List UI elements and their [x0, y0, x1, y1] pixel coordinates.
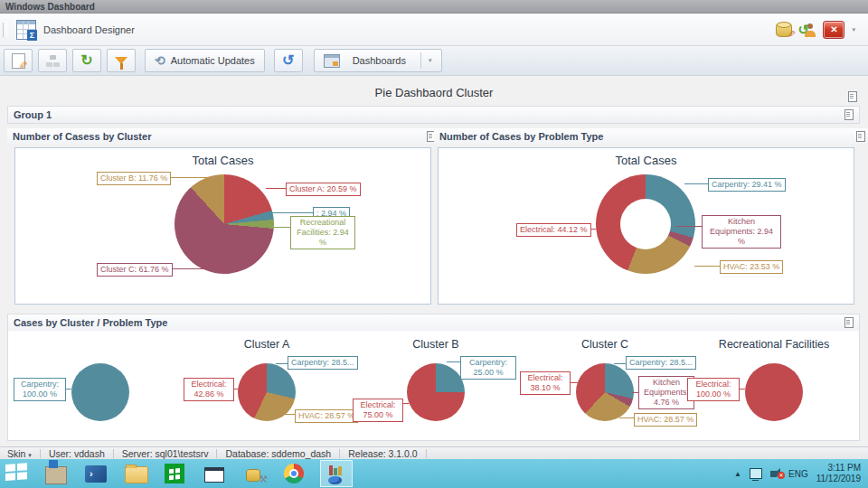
edit-data-source-icon[interactable]: [776, 23, 792, 37]
undo-icon: ↺: [282, 54, 294, 67]
edit-icon: [12, 53, 25, 69]
window-titlebar: Windows Dashboard: [0, 0, 868, 14]
windows-store-icon[interactable]: [165, 462, 188, 485]
callout-cluster-b: Cluster B: 11.76 %: [97, 172, 171, 185]
pie-total-cases-by-cluster[interactable]: [175, 174, 274, 274]
page-title: Pie Dashbaord Cluster: [0, 86, 868, 99]
sql-tools-icon[interactable]: [244, 462, 268, 485]
volume-muted-icon[interactable]: [770, 471, 777, 477]
dashboards-icon: [324, 54, 340, 68]
callout-connector: [684, 183, 708, 184]
callout-carpentry: Carpentry: 29.41 %: [708, 178, 786, 192]
switch-user-icon[interactable]: ↺: [799, 23, 816, 37]
mini-pie-cluster-c[interactable]: [576, 363, 634, 421]
callout: Carpentry: 100.00 %: [14, 378, 66, 401]
callout-cluster-a: Cluster A: 20.59 %: [286, 183, 361, 196]
export-chart-icon[interactable]: [844, 317, 854, 328]
callout-connector: [694, 266, 720, 267]
mini-title-recreational-facilities: Recreational Facilities: [719, 338, 829, 351]
callout: Electrical: 100.00 %: [687, 378, 740, 401]
callout-hvac: HVAC: 23.53 %: [720, 260, 783, 274]
callout-connector: [276, 363, 288, 364]
mini-pie-recreational[interactable]: [745, 363, 803, 421]
callout-kitchen-equipments: Kitchen Equipments: 2.94 %: [702, 215, 781, 249]
callout-connector: [614, 363, 626, 364]
clock-date: 11/12/2019: [816, 474, 861, 484]
pie-chart-panel-clusters[interactable]: Total Cases Cluster B: 11.76 % Cluster A…: [14, 147, 431, 305]
dashboard-app-taskbar-button[interactable]: [320, 460, 353, 487]
mini-pie-cluster-b[interactable]: [407, 363, 465, 421]
mini-title-cluster-c: Cluster C: [581, 338, 628, 351]
status-user: User: vddash: [41, 448, 113, 459]
caption-cases-by-problem-type: Number of Cases by Problem Type: [434, 128, 868, 145]
network-icon[interactable]: [750, 468, 762, 479]
callout-cluster-c: Cluster C: 61.76 %: [97, 263, 173, 277]
edit-button[interactable]: [4, 49, 33, 72]
undo-button[interactable]: ↺: [274, 49, 303, 72]
filter-button[interactable]: [107, 49, 136, 72]
callout: Electrical: 42.86 %: [184, 378, 234, 401]
donut-hole: [620, 199, 671, 249]
clock[interactable]: 3:11 PM 11/12/2019: [816, 463, 861, 484]
callout: Electrical: 75.00 %: [353, 399, 403, 422]
dashboard-designer-icon: Σ: [16, 20, 36, 40]
export-page-icon[interactable]: [848, 91, 857, 102]
app-title: Dashboard Designer: [43, 24, 135, 35]
server-manager-icon[interactable]: [45, 462, 69, 485]
powershell-icon[interactable]: ›: [85, 462, 108, 485]
filter-icon: [115, 57, 127, 64]
main-toolbar: ↻ ⟲ Automatic Updates ↺ Dashboards ▾: [0, 46, 868, 76]
callout-connector: [234, 389, 240, 389]
callout-recreational: Recreational Facilities: 2.94 %: [290, 216, 355, 249]
export-chart-icon[interactable]: [856, 131, 865, 142]
callout-connector: [740, 389, 745, 389]
callout-electrical: Electrical: 44.12 %: [516, 223, 591, 237]
group-title: Group 1: [14, 109, 52, 120]
callout-connector: [675, 226, 702, 227]
automatic-updates-button[interactable]: ⟲ Automatic Updates: [145, 49, 265, 72]
callout-connector: [619, 418, 634, 418]
chart-title: Total Cases: [15, 154, 430, 167]
callout-connector: [632, 392, 638, 393]
skin-dropdown[interactable]: Skin ▾: [7, 448, 40, 459]
file-explorer-icon[interactable]: [125, 462, 148, 485]
taskbar: › ▲ ENG 3:11 PM 11/12/2019: [0, 459, 868, 488]
layout-button[interactable]: [38, 49, 67, 72]
status-database: Database: sddemo_dash: [217, 448, 339, 459]
chevron-down-icon[interactable]: ▾: [852, 26, 855, 33]
small-multiples-panel[interactable]: Cases by Cluster / Problem Type Cluster …: [7, 314, 860, 441]
caption-text: Number of Casess by Cluster: [13, 131, 151, 142]
mini-pie-1[interactable]: [71, 363, 129, 421]
clock-time: 3:11 PM: [816, 463, 861, 474]
group-header: Group 1: [7, 106, 860, 124]
close-button[interactable]: ✕: [823, 21, 844, 39]
start-button[interactable]: [5, 464, 29, 487]
console-icon[interactable]: [204, 462, 228, 485]
caption-cases-by-cluster-problem-type: Cases by Cluster / Problem Type: [8, 314, 859, 331]
app-bar: Σ Dashboard Designer ↺ ✕ ▾: [0, 14, 868, 46]
callout: HVAC: 28.57 %: [295, 409, 358, 423]
layout-icon: [46, 55, 60, 67]
sync-icon: ⟲: [155, 53, 165, 68]
dashboards-dropdown[interactable]: Dashboards ▾: [314, 49, 442, 72]
refresh-icon: ↻: [80, 54, 92, 67]
mini-title-cluster-b: Cluster B: [412, 338, 458, 351]
dashboards-label: Dashboards: [345, 55, 413, 66]
tray-expand-icon[interactable]: ▲: [734, 470, 741, 478]
chrome-icon[interactable]: [284, 462, 307, 485]
refresh-button[interactable]: ↻: [72, 49, 101, 72]
callout: Carpentry: 28.5...: [288, 356, 358, 370]
mini-pie-cluster-a[interactable]: [238, 363, 296, 421]
language-indicator[interactable]: ENG: [788, 469, 808, 479]
callout-connector: [403, 403, 409, 404]
callout-connector: [165, 177, 209, 178]
callout-connector: [571, 382, 578, 383]
callout-connector: [282, 414, 295, 415]
toolbar-grip[interactable]: [3, 23, 7, 37]
donut-chart-panel-problem-type[interactable]: Total Cases Carpentry: 29.41 % Kitchen E…: [438, 147, 854, 305]
caption-text: Cases by Cluster / Problem Type: [14, 317, 167, 328]
status-release: Release: 3.1.0.0: [340, 448, 425, 459]
export-group-icon[interactable]: [844, 109, 854, 120]
status-bar: Skin ▾ User: vddash Server: sql01\testsr…: [0, 446, 868, 459]
callout: Carpentry: 25.00 %: [460, 356, 516, 380]
